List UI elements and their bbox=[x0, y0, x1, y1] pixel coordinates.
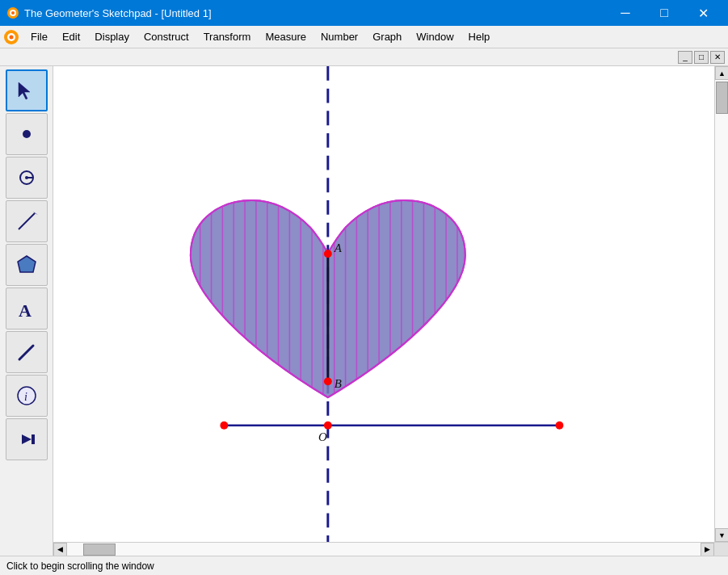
info-tool-button[interactable]: i bbox=[6, 375, 48, 417]
svg-point-2 bbox=[11, 11, 15, 15]
svg-marker-6 bbox=[19, 82, 30, 99]
svg-marker-13 bbox=[18, 256, 36, 272]
scroll-track-vertical[interactable] bbox=[715, 80, 728, 528]
doc-maximize-button[interactable]: □ bbox=[694, 51, 709, 64]
menu-graph[interactable]: Graph bbox=[366, 29, 408, 44]
polygon-tool-button[interactable] bbox=[6, 244, 48, 286]
canvas-wrapper: O bbox=[53, 66, 728, 556]
arrow-tool-button[interactable] bbox=[6, 69, 48, 111]
menu-help[interactable]: Help bbox=[462, 29, 497, 44]
title-text: The Geometer's Sketchpad - [Untitled 1] bbox=[24, 7, 212, 19]
svg-point-5 bbox=[10, 35, 14, 39]
scroll-thumb-horizontal[interactable] bbox=[83, 544, 116, 556]
svg-text:O: O bbox=[318, 430, 327, 443]
menu-edit[interactable]: Edit bbox=[56, 29, 86, 44]
minimize-button[interactable]: ─ bbox=[607, 0, 644, 26]
menu-bar: File Edit Display Construct Transform Me… bbox=[0, 26, 728, 48]
menu-construct[interactable]: Construct bbox=[137, 29, 196, 44]
svg-text:B: B bbox=[335, 377, 342, 390]
scroll-right-button[interactable]: ▶ bbox=[701, 543, 714, 556]
canvas-area[interactable]: O bbox=[53, 66, 714, 542]
menu-display[interactable]: Display bbox=[88, 29, 136, 44]
scroll-thumb-vertical[interactable] bbox=[716, 82, 728, 114]
canvas-row: O bbox=[53, 66, 728, 542]
svg-text:i: i bbox=[24, 391, 27, 403]
point-tool-button[interactable] bbox=[6, 113, 48, 155]
menu-number[interactable]: Number bbox=[314, 29, 364, 44]
svg-point-10 bbox=[25, 176, 28, 179]
close-button[interactable]: ✕ bbox=[684, 0, 722, 26]
menu-transform[interactable]: Transform bbox=[197, 29, 258, 44]
svg-point-23 bbox=[220, 422, 228, 430]
title-bar-left: The Geometer's Sketchpad - [Untitled 1] bbox=[6, 6, 212, 19]
svg-point-52 bbox=[324, 250, 332, 258]
title-bar-controls: ─ □ ✕ bbox=[607, 0, 722, 26]
toolbar: A i bbox=[0, 66, 53, 556]
svg-rect-20 bbox=[32, 434, 35, 444]
maximize-button[interactable]: □ bbox=[646, 0, 683, 26]
more-icon bbox=[15, 428, 38, 451]
scroll-track-horizontal[interactable] bbox=[67, 543, 701, 556]
app-menu-icon bbox=[3, 29, 19, 45]
pen-icon bbox=[15, 341, 38, 363]
more-tool-button[interactable] bbox=[6, 418, 48, 460]
svg-point-7 bbox=[23, 130, 31, 138]
polygon-icon bbox=[15, 254, 38, 276]
scroll-left-button[interactable]: ◀ bbox=[53, 543, 67, 556]
svg-line-11 bbox=[19, 213, 35, 229]
text-tool-button[interactable]: A bbox=[6, 288, 48, 329]
scroll-corner bbox=[714, 543, 728, 556]
pen-tool-button[interactable] bbox=[6, 331, 48, 373]
app-icon bbox=[6, 6, 19, 19]
point-icon bbox=[15, 123, 38, 145]
svg-text:A: A bbox=[19, 300, 32, 320]
menu-window[interactable]: Window bbox=[410, 29, 460, 44]
svg-line-15 bbox=[19, 346, 33, 359]
line-tool-button[interactable] bbox=[6, 200, 48, 242]
menu-file[interactable]: File bbox=[24, 29, 54, 44]
svg-point-24 bbox=[555, 422, 563, 430]
text-icon: A bbox=[15, 297, 38, 320]
info-icon: i bbox=[15, 384, 38, 407]
doc-restore-button[interactable]: _ bbox=[678, 51, 692, 64]
svg-text:A: A bbox=[334, 241, 343, 254]
svg-point-54 bbox=[324, 377, 332, 385]
sketch-canvas: O bbox=[53, 66, 714, 542]
doc-close-button[interactable]: ✕ bbox=[710, 51, 725, 64]
scroll-down-button[interactable]: ▼ bbox=[715, 528, 728, 542]
title-bar: The Geometer's Sketchpad - [Untitled 1] … bbox=[0, 0, 728, 26]
scroll-up-button[interactable]: ▲ bbox=[715, 66, 728, 80]
document-control-bar: _ □ ✕ bbox=[0, 48, 728, 66]
svg-point-25 bbox=[324, 422, 332, 430]
line-icon bbox=[15, 210, 38, 233]
arrow-icon bbox=[15, 79, 38, 102]
main-area: A i bbox=[0, 66, 728, 556]
svg-marker-19 bbox=[22, 434, 32, 444]
compass-tool-button[interactable] bbox=[6, 157, 48, 199]
compass-icon bbox=[15, 166, 38, 189]
status-message: Click to begin scrolling the window bbox=[6, 560, 154, 572]
vertical-scrollbar[interactable]: ▲ ▼ bbox=[714, 66, 728, 542]
horizontal-scrollbar[interactable]: ◀ ▶ bbox=[53, 542, 728, 556]
status-bar: Click to begin scrolling the window bbox=[0, 556, 728, 575]
menu-measure[interactable]: Measure bbox=[259, 29, 313, 44]
